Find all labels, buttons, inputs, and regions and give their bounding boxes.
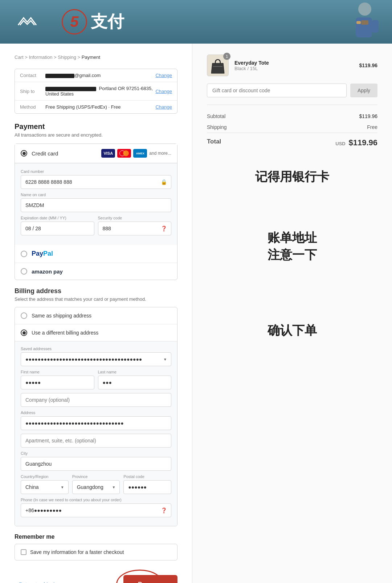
breadcrumb-payment: Payment [82,54,100,60]
order-item: 1 Everyday Tote Black / 15L $119.96 [207,54,377,76]
card-number-label: Card number [21,169,171,174]
svg-rect-4 [361,20,368,25]
ship-to-label: Ship to [20,89,45,94]
header-person [338,0,381,44]
ship-to-change[interactable]: Change [155,89,172,94]
payment-title: Payment [15,122,177,131]
billing-box: Same as shipping address Use a different… [15,307,177,526]
address-field: Address [21,410,171,430]
method-change[interactable]: Change [155,104,172,110]
pay-now-button[interactable]: Pay now [123,575,177,583]
subtotal-label: Subtotal [207,113,225,119]
city-input[interactable] [21,457,171,471]
breadcrumb-cart[interactable]: Cart [15,54,24,60]
paypal-option[interactable]: PayPal [15,245,177,263]
saved-addresses-select[interactable]: ●●●●●●●●●●●●●●●●●●●●●●●●●●●●●●●●●●●●●● [21,352,171,366]
totals: Subtotal $119.96 Shipping Free Total USD… [207,111,377,150]
expiry-field: Expiration date (MM / YY) [21,216,94,235]
phone-input[interactable] [21,503,171,517]
annotation-confirm: 确认下单 [207,315,377,347]
total-amount: $119.96 [348,138,377,147]
return-to-shipping-link[interactable]: < Return to shipping [15,582,60,583]
address-input[interactable] [21,416,171,430]
breadcrumb-shipping[interactable]: Shipping [58,54,76,60]
method-label: Method [20,104,45,110]
bottom-nav: < Return to shipping Pay now [15,571,177,583]
postal-input[interactable] [123,480,171,494]
mastercard-icon [117,149,131,158]
last-name-input[interactable] [98,376,172,389]
left-panel: Cart > Information > Shipping > Payment … [0,44,192,583]
remember-checkbox[interactable] [21,549,26,555]
pay-btn-wrapper: Pay now [123,575,177,583]
item-info: Everyday Tote Black / 15L [234,60,353,71]
name-on-card-label: Name on card [21,193,171,197]
svg-rect-5 [213,66,222,67]
different-billing-label: Use a different billing address [32,330,98,336]
discount-row: Apply [207,84,377,97]
security-input[interactable] [98,222,172,235]
expiry-input[interactable] [21,222,94,235]
contact-label: Contact [20,73,45,78]
apply-button[interactable]: Apply [350,84,377,97]
billing-subtitle: Select the address that matches your car… [15,296,177,302]
total-value: USD $119.96 [335,138,377,147]
apt-input[interactable] [21,434,171,448]
breadcrumb: Cart > Information > Shipping > Payment [15,54,177,60]
country-label: Country/Region [21,474,69,479]
company-input[interactable] [21,393,171,407]
country-select[interactable]: China [21,480,69,494]
breadcrumb-sep1: > [25,54,29,60]
amazon-pay-label: amazon pay [32,268,63,275]
card-number-input[interactable] [21,175,171,189]
remember-label: Save my information for a faster checkou… [30,549,124,555]
method-row: Method Free Shipping (USPS/FedEx) · Free… [15,101,177,113]
credit-card-label: Credit card [32,150,101,157]
different-billing-radio[interactable] [21,329,27,336]
saved-addresses-label: Saved addresses [21,347,171,351]
same-as-shipping-radio[interactable] [21,312,27,319]
total-row-final: Total USD $119.96 [207,133,377,150]
billing-title: Billing address [15,287,177,295]
step-title: 支付 [91,11,124,33]
credit-card-radio[interactable] [21,150,27,157]
province-select[interactable]: Guangdong [72,480,120,494]
security-label: Security code [98,216,172,220]
lock-icon: 🔒 [161,179,167,185]
subtotal-value: $119.96 [359,113,377,119]
name-on-card-input[interactable] [21,198,171,212]
breadcrumb-sep2: > [54,54,58,60]
contact-change[interactable]: Change [155,73,172,78]
amazon-pay-radio[interactable] [21,268,27,275]
remember-section: Remember me Save my information for a fa… [15,534,177,560]
svg-rect-3 [356,21,361,24]
shipping-row: Shipping Free [207,122,377,133]
different-billing-option[interactable]: Use a different billing address Saved ad… [15,324,177,526]
credit-card-option[interactable]: Credit card VISA AMEX and more... Ca [15,144,177,245]
remember-title: Remember me [15,534,177,540]
saved-addresses-field: Saved addresses ●●●●●●●●●●●●●●●●●●●●●●●●… [21,347,171,366]
divider-1 [207,105,377,105]
card-icons: VISA AMEX and more... [101,149,171,158]
step-number: 5 [70,13,78,31]
step-circle: 5 [62,9,87,35]
shipping-value: Free [367,124,377,130]
amex-icon: AMEX [133,149,147,158]
apt-field [21,434,171,448]
breadcrumb-information[interactable]: Information [29,54,52,60]
paypal-radio[interactable] [21,251,27,257]
header: 5 支付 [0,0,392,44]
ship-to-row: Ship to Portland OR 97251-6835, United S… [15,82,177,101]
first-name-input[interactable] [21,376,94,389]
right-panel: 1 Everyday Tote Black / 15L $119.96 Appl… [192,44,392,583]
info-block: Contact @gmail.com Change Ship to Portla… [15,69,177,114]
same-as-shipping-option[interactable]: Same as shipping address [15,307,177,324]
billing-note: 账单地址 注意一下 [214,229,370,264]
postal-label: Postal code [123,474,171,479]
contact-value: @gmail.com [45,73,155,78]
amazon-pay-option[interactable]: amazon pay [15,263,177,280]
country-field: Country/Region China [21,474,69,494]
annotation-billing: 账单地址 注意一下 [207,222,377,271]
more-cards-text: and more... [149,151,171,156]
discount-input[interactable] [207,84,347,97]
